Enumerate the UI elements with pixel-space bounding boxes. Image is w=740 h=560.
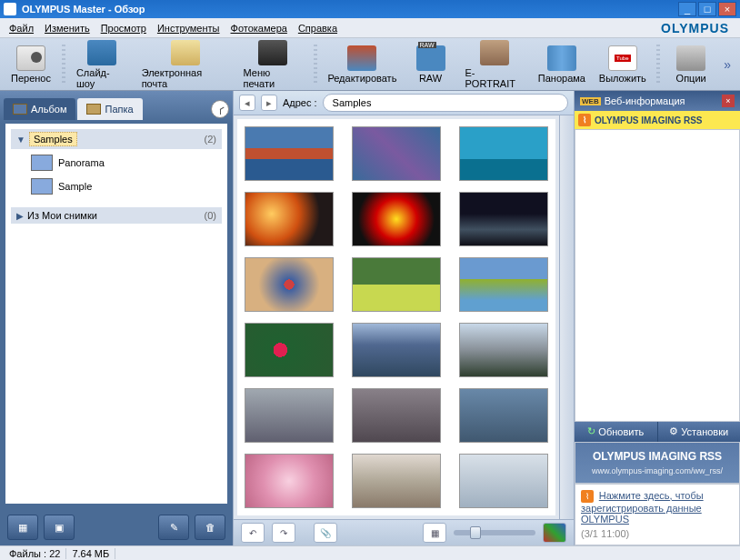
open-button[interactable]: ▣	[44, 515, 75, 540]
view-grid-large-button[interactable]	[543, 523, 566, 543]
clock-icon[interactable]	[211, 100, 229, 118]
close-button[interactable]: ×	[718, 2, 736, 16]
folder-tree: ▼ Samples (2) Panorama Sample ▶ Из Мои с…	[5, 124, 227, 504]
tree-count: (2)	[205, 134, 216, 145]
panel-close-button[interactable]: ×	[722, 95, 735, 107]
tree-item-panorama[interactable]: Panorama	[11, 151, 222, 175]
thumbnail-grid	[237, 119, 555, 515]
menu-file[interactable]: Файл	[4, 21, 39, 35]
thumbnail-toolbar: ↶ ↷ 📎 ▦	[234, 519, 574, 545]
thumbnail[interactable]	[459, 388, 548, 443]
address-bar: ◂ ▸ Адрес : Samples	[234, 91, 574, 115]
rss-content	[575, 129, 740, 422]
menu-camera[interactable]: Фотокамера	[225, 21, 293, 35]
menu-view[interactable]: Просмотр	[95, 21, 152, 35]
tool-panorama[interactable]: Панорама	[533, 44, 590, 85]
left-panel: Альбом Папка ▼ Samples (2) Panorama Samp…	[0, 91, 233, 545]
statusbar: Файлы : 22 7.64 МБ	[0, 545, 740, 560]
tool-eportrait[interactable]: E-PORTRAIT	[460, 38, 530, 91]
edit-button[interactable]: ✎	[158, 515, 189, 540]
youtube-icon: Tube	[608, 45, 637, 71]
tab-album[interactable]: Альбом	[4, 98, 75, 120]
rotate-right-button[interactable]: ↷	[272, 523, 295, 543]
toolbar: Перенос Слайд-шоу Электронная почта Меню…	[0, 38, 740, 91]
thumbnail[interactable]	[459, 192, 548, 246]
tool-edit[interactable]: Редактировать	[323, 44, 401, 85]
menu-edit[interactable]: Изменить	[39, 21, 95, 35]
nav-back-button[interactable]: ◂	[239, 95, 255, 111]
web-info-header: WEB Веб-информация ×	[575, 91, 740, 111]
left-toolbar: ▦ ▣ ✎ 🗑	[0, 509, 233, 545]
thumbnail[interactable]	[352, 454, 441, 508]
menu-tools[interactable]: Инструменты	[152, 21, 225, 35]
new-folder-button[interactable]: ▦	[7, 515, 38, 540]
thumbnail[interactable]	[459, 323, 548, 377]
tool-options[interactable]: Опции	[665, 44, 716, 85]
zoom-slider[interactable]	[454, 530, 535, 535]
thumbnail[interactable]	[245, 126, 334, 181]
tool-email[interactable]: Электронная почта	[136, 38, 235, 91]
right-panel: WEB Веб-информация × ⌇ OLYMPUS IMAGING R…	[575, 91, 740, 545]
rss-box-title: OLYMPUS IMAGING RSS	[583, 450, 732, 463]
rss-item-link[interactable]: Нажмите здесь, чтобы зарегистрировать да…	[581, 490, 704, 525]
tool-upload[interactable]: TubeВыложить	[594, 44, 651, 85]
thumbnail[interactable]	[459, 126, 548, 181]
slider-knob[interactable]	[470, 526, 481, 539]
thumbnail[interactable]	[352, 192, 441, 246]
address-label: Адрес :	[283, 97, 317, 108]
view-grid-small-button[interactable]: ▦	[423, 523, 446, 543]
tree-count: (0)	[205, 210, 216, 221]
thumbnail[interactable]	[459, 454, 548, 508]
thumbnail-icon	[31, 178, 53, 195]
thumbnail[interactable]	[245, 257, 334, 312]
printer-icon	[258, 40, 287, 65]
collapse-arrow-icon: ▼	[16, 135, 25, 145]
nav-forward-button[interactable]: ▸	[261, 95, 277, 111]
thumbnail[interactable]	[245, 323, 334, 377]
tool-raw[interactable]: RAWRAW	[405, 44, 456, 85]
toolbar-separator	[656, 45, 660, 85]
menu-help[interactable]: Справка	[293, 21, 343, 35]
thumbnail[interactable]	[245, 454, 334, 508]
center-panel: ◂ ▸ Адрес : Samples	[233, 91, 575, 545]
thumbnail[interactable]	[352, 126, 441, 181]
tool-transfer[interactable]: Перенос	[5, 44, 56, 85]
edit-icon	[347, 45, 376, 71]
rss-header: ⌇ OLYMPUS IMAGING RSS	[575, 111, 740, 129]
mail-icon	[171, 40, 200, 65]
address-input[interactable]: Samples	[323, 94, 568, 112]
tool-slideshow[interactable]: Слайд-шоу	[71, 38, 133, 91]
thumbnail-icon	[31, 155, 53, 171]
panorama-icon	[547, 45, 576, 71]
slideshow-icon	[87, 40, 116, 65]
tree-label: Из Мои снимки	[27, 210, 97, 221]
rss-buttons: ↻Обновить ⚙Установки	[575, 422, 740, 442]
tree-header-samples[interactable]: ▼ Samples (2)	[11, 129, 222, 149]
tree-item-sample[interactable]: Sample	[11, 175, 222, 198]
thumbnail[interactable]	[245, 388, 334, 443]
attach-button[interactable]: 📎	[314, 523, 337, 543]
delete-button[interactable]: 🗑	[195, 515, 225, 540]
thumbnail[interactable]	[245, 192, 334, 246]
thumbnail[interactable]	[352, 323, 441, 377]
status-files: Файлы : 22	[4, 548, 66, 559]
thumbnail[interactable]	[352, 388, 441, 443]
tab-folder[interactable]: Папка	[77, 98, 142, 120]
expand-arrow-icon: ▶	[16, 211, 24, 221]
thumbnail[interactable]	[459, 257, 548, 312]
rss-item: ⌇ Нажмите здесь, чтобы зарегистрировать …	[575, 484, 740, 545]
scrollbar[interactable]	[559, 115, 574, 519]
panel-tabs: Альбом Папка	[0, 91, 233, 124]
toolbar-separator	[314, 45, 317, 85]
tool-print[interactable]: Меню печати	[238, 38, 309, 91]
minimize-button[interactable]: _	[678, 2, 696, 16]
status-size: 7.64 МБ	[66, 548, 115, 559]
refresh-button[interactable]: ↻Обновить	[575, 422, 658, 442]
album-icon	[13, 104, 27, 115]
settings-button[interactable]: ⚙Установки	[658, 422, 741, 442]
maximize-button[interactable]: □	[698, 2, 716, 16]
thumbnail[interactable]	[352, 257, 441, 312]
toolbar-overflow[interactable]: »	[720, 54, 735, 75]
rotate-left-button[interactable]: ↶	[241, 523, 265, 543]
tree-header-myshots[interactable]: ▶ Из Мои снимки (0)	[11, 207, 222, 224]
